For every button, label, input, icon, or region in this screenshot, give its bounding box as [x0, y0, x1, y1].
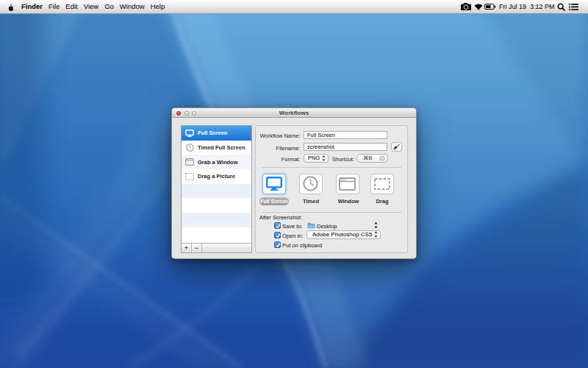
- window-body: Full Screen Timed Full Screen Grab a Win…: [172, 118, 416, 258]
- label-clipboard: Put on clipboard: [282, 242, 322, 249]
- label-save-to: Save to:: [282, 223, 303, 230]
- status-camera: [461, 0, 471, 13]
- status-wifi: [474, 0, 483, 13]
- select-format[interactable]: PNG: [304, 154, 329, 163]
- menu-bar: Finder File Edit View Go Window Help Fri…: [0, 0, 588, 14]
- select-open-in[interactable]: Adobe Photoshop CS5: [306, 230, 381, 239]
- apple-menu[interactable]: [0, 3, 18, 11]
- label-shortcut: Shortcut:: [329, 156, 354, 163]
- status-list[interactable]: [569, 0, 578, 13]
- zoom-button[interactable]: [192, 111, 196, 116]
- label-after-screenshot: After Screenshot:: [259, 214, 302, 221]
- btn-filename-token[interactable]: [391, 142, 402, 152]
- label-window: Window: [334, 198, 363, 205]
- menu-view[interactable]: View: [81, 0, 101, 13]
- btn-timed[interactable]: [299, 174, 323, 194]
- field-shortcut[interactable]: ⌘B: [356, 154, 388, 163]
- label-format: Format:: [282, 156, 301, 163]
- empty-row-2: [182, 198, 251, 213]
- close-button[interactable]: [176, 111, 181, 116]
- mac-desktop-screenshot: Finder File Edit View Go Window Help Fri…: [0, 0, 588, 368]
- status-clock: Fri Jul 19 3:12 PM: [499, 0, 555, 13]
- menu-edit[interactable]: Edit: [62, 0, 80, 13]
- settings-panel: Workflow Name: Full Screen Filename: scr…: [255, 125, 408, 253]
- empty-row-4: [182, 227, 251, 242]
- workflow-list: Full Screen Timed Full Screen Grab a Win…: [181, 125, 252, 253]
- menu-go[interactable]: Go: [101, 0, 117, 13]
- pill-full-screen: Full Screen: [259, 197, 289, 205]
- btn-window[interactable]: [336, 174, 359, 194]
- arrows-save-to: [374, 222, 378, 230]
- field-filename[interactable]: screenshot: [304, 143, 387, 151]
- workflows-window: Workflows Full Screen Timed Full Screen: [171, 107, 417, 259]
- btn-drag[interactable]: [370, 174, 394, 194]
- label-drag: Drag: [370, 198, 394, 205]
- item-grab-a-window[interactable]: Grab a Window: [182, 155, 251, 169]
- label-desktop: Desktop: [317, 223, 337, 230]
- btn-full-screen[interactable]: [262, 174, 286, 194]
- icon-desktop-folder: [307, 222, 315, 230]
- label-timed: Timed: [299, 198, 323, 205]
- divider-2: [262, 212, 401, 213]
- check-open-in[interactable]: [274, 232, 281, 238]
- list-footer: + −: [182, 243, 251, 253]
- label-open-in: Open in:: [282, 233, 303, 239]
- empty-row-1: [182, 184, 251, 199]
- menu-window[interactable]: Window: [117, 0, 148, 13]
- remove-workflow[interactable]: −: [192, 244, 202, 253]
- check-save-to[interactable]: [274, 222, 281, 229]
- item-full-screen[interactable]: Full Screen: [182, 126, 251, 141]
- status-battery: [484, 0, 495, 13]
- add-workflow[interactable]: +: [182, 244, 192, 253]
- empty-row-3: [182, 213, 251, 227]
- check-clipboard[interactable]: [274, 241, 281, 248]
- menu-file[interactable]: File: [46, 0, 62, 13]
- field-workflow-name[interactable]: Full Screen: [304, 131, 387, 139]
- label-filename: Filename:: [276, 145, 301, 152]
- menu-finder[interactable]: Finder: [18, 0, 46, 13]
- minimize-button[interactable]: [184, 111, 189, 116]
- divider-1: [262, 167, 401, 168]
- menu-help[interactable]: Help: [148, 0, 168, 13]
- item-drag-a-picture[interactable]: Drag a Picture: [182, 169, 251, 184]
- item-timed-full-screen[interactable]: Timed Full Screen: [182, 141, 251, 155]
- label-workflow-name: Workflow Name:: [260, 132, 301, 139]
- title-bar: Workflows: [172, 108, 416, 118]
- status-spotlight[interactable]: [557, 0, 565, 13]
